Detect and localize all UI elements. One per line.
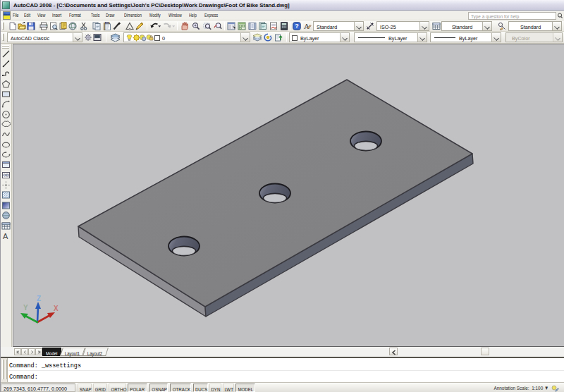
svg-text:?: ? xyxy=(295,23,299,30)
svg-text:A: A xyxy=(304,22,309,30)
svg-text:Y: Y xyxy=(23,304,28,312)
svg-text:X: X xyxy=(54,305,59,312)
svg-text:A: A xyxy=(3,232,8,240)
svg-text:Z: Z xyxy=(37,295,41,302)
